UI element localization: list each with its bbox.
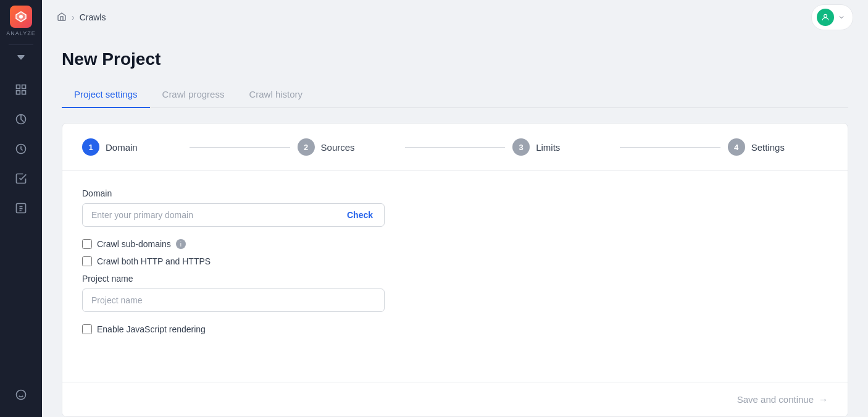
step-2-circle: 2 bbox=[298, 138, 315, 156]
svg-rect-5 bbox=[22, 91, 26, 95]
domain-input[interactable] bbox=[83, 204, 336, 226]
project-name-label: Project name bbox=[82, 274, 828, 284]
crawl-http-row: Crawl both HTTP and HTTPS bbox=[82, 256, 828, 266]
step-1-label: Domain bbox=[106, 142, 138, 153]
sidebar-item-grid[interactable] bbox=[9, 77, 33, 102]
crawl-subdomains-label: Crawl sub-domains bbox=[97, 239, 171, 249]
domain-label: Domain bbox=[82, 188, 828, 198]
tab-crawl-history[interactable]: Crawl history bbox=[236, 82, 315, 108]
sidebar-dropdown[interactable] bbox=[11, 48, 31, 70]
step-3-circle: 3 bbox=[512, 138, 530, 156]
svg-point-1 bbox=[19, 15, 23, 19]
sidebar-bottom bbox=[9, 373, 33, 417]
step-2-label: Sources bbox=[321, 142, 355, 153]
js-rendering-row: Enable JavaScript rendering bbox=[82, 324, 828, 334]
svg-rect-2 bbox=[17, 85, 20, 89]
step-4-circle: 4 bbox=[728, 138, 745, 156]
sidebar-item-history[interactable] bbox=[9, 137, 33, 161]
step-3-label: Limits bbox=[536, 142, 560, 153]
page-title: New Project bbox=[62, 49, 848, 69]
svg-point-12 bbox=[17, 390, 26, 400]
content-area: New Project Project settings Crawl progr… bbox=[42, 35, 868, 417]
crawl-subdomains-row: Crawl sub-domains i bbox=[82, 239, 828, 249]
tab-crawl-progress[interactable]: Crawl progress bbox=[150, 82, 237, 108]
stepper: 1 Domain 2 Sources 3 Limits 4 Settings bbox=[62, 124, 848, 171]
main-content: › Crawls New Project Project settings Cr… bbox=[42, 0, 868, 417]
svg-rect-4 bbox=[17, 91, 20, 95]
sidebar: ANALYZE bbox=[0, 0, 42, 417]
step-1: 1 Domain bbox=[82, 138, 182, 156]
step-4-label: Settings bbox=[751, 142, 785, 153]
domain-input-wrap: Check bbox=[82, 203, 385, 227]
breadcrumb: › Crawls bbox=[57, 12, 106, 23]
user-menu[interactable] bbox=[811, 4, 853, 30]
step-line-2 bbox=[405, 147, 505, 148]
tabs-bar: Project settings Crawl progress Crawl hi… bbox=[62, 82, 848, 108]
svg-point-15 bbox=[824, 14, 827, 17]
sidebar-item-tasks[interactable] bbox=[9, 166, 33, 191]
step-2: 2 Sources bbox=[298, 138, 398, 156]
chevron-down-icon bbox=[838, 14, 845, 21]
save-continue-label: Save and continue bbox=[737, 394, 814, 405]
project-name-input[interactable] bbox=[82, 289, 385, 312]
step-3: 3 Limits bbox=[512, 138, 612, 156]
home-icon[interactable] bbox=[57, 12, 67, 23]
domain-group: Domain Check bbox=[82, 188, 828, 227]
tab-project-settings[interactable]: Project settings bbox=[62, 82, 150, 108]
topbar: › Crawls bbox=[42, 0, 868, 35]
breadcrumb-separator: › bbox=[72, 12, 75, 22]
sidebar-nav bbox=[9, 70, 33, 373]
info-icon[interactable]: i bbox=[176, 239, 186, 249]
user-avatar bbox=[817, 9, 834, 26]
crawl-http-checkbox[interactable] bbox=[82, 256, 92, 266]
app-logo bbox=[10, 6, 32, 28]
step-1-circle: 1 bbox=[82, 138, 99, 156]
check-button[interactable]: Check bbox=[336, 204, 384, 226]
sidebar-item-reports[interactable] bbox=[9, 196, 33, 221]
breadcrumb-current: Crawls bbox=[80, 12, 106, 22]
logo-area: ANALYZE bbox=[0, 0, 42, 42]
step-4: 4 Settings bbox=[728, 138, 828, 156]
card-footer: Save and continue → bbox=[62, 382, 848, 416]
svg-rect-3 bbox=[22, 85, 26, 89]
js-rendering-label: Enable JavaScript rendering bbox=[97, 324, 206, 334]
app-name: ANALYZE bbox=[6, 30, 35, 36]
form-body: Domain Check Crawl sub-domains i bbox=[62, 171, 848, 382]
crawl-subdomains-checkbox[interactable] bbox=[82, 239, 92, 249]
step-line-1 bbox=[190, 147, 290, 148]
js-rendering-checkbox[interactable] bbox=[82, 324, 92, 334]
step-line-3 bbox=[620, 147, 720, 148]
save-continue-button[interactable]: Save and continue → bbox=[737, 394, 828, 405]
sidebar-item-analytics[interactable] bbox=[9, 107, 33, 132]
sidebar-item-smiley[interactable] bbox=[9, 382, 33, 407]
sidebar-divider-top bbox=[9, 44, 33, 45]
project-name-group: Project name bbox=[82, 274, 828, 312]
save-continue-arrow: → bbox=[819, 394, 828, 405]
crawl-http-label: Crawl both HTTP and HTTPS bbox=[97, 256, 211, 266]
settings-card: 1 Domain 2 Sources 3 Limits 4 Settings bbox=[62, 123, 848, 417]
